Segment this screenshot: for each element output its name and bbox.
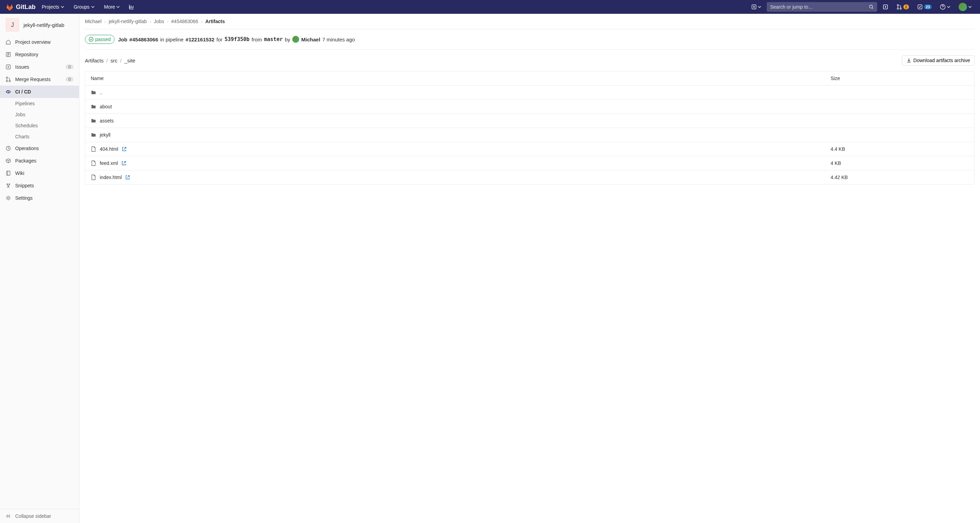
chevron-down-icon [61,5,64,9]
breadcrumb-current: Artifacts [205,19,225,24]
breadcrumb-separator: › [167,19,169,24]
nav-merge-requests[interactable]: 2 [894,2,912,12]
sidebar-item-merge-requests[interactable]: Merge Requests0 [0,73,79,86]
file-row[interactable]: 404.html 4.4 KB [85,142,974,156]
chart-icon [129,4,134,10]
folder-icon [91,118,96,124]
file-row[interactable]: jekyll [85,128,974,142]
collapse-sidebar[interactable]: Collapse sidebar [0,509,79,523]
search-icon[interactable] [869,5,874,9]
sidebar-icon [6,195,11,201]
sidebar-item-repository[interactable]: Repository [0,48,79,61]
sidebar-subitem-schedules[interactable]: Schedules [0,120,79,131]
file-name[interactable]: .. [100,90,102,95]
nav-todos[interactable]: 23 [915,2,934,12]
artifacts-toolbar: Artifacts/src/_site Download artifacts a… [85,50,974,71]
sidebar-icon [6,52,11,57]
nav-help[interactable] [937,2,953,12]
svg-point-6 [900,8,901,9]
download-artifacts-button[interactable]: Download artifacts archive [902,55,974,65]
pipeline-id[interactable]: #122161532 [186,37,214,43]
breadcrumb-link[interactable]: Michael [85,19,102,24]
file-icon [91,161,96,166]
gitlab-logo[interactable]: GitLab [6,3,35,11]
job-header: passed Job #454863066 in pipeline #12216… [85,29,974,50]
job-id[interactable]: #454863066 [129,37,158,43]
file-name[interactable]: feed.xml [100,161,118,166]
file-row[interactable]: index.html 4.42 KB [85,170,974,184]
sidebar-item-ci-cd[interactable]: CI / CD [0,86,79,98]
file-name[interactable]: index.html [100,175,122,180]
sidebar-item-issues[interactable]: Issues0 [0,61,79,73]
svg-point-1 [869,5,872,8]
plus-icon [752,5,756,9]
author-avatar[interactable] [292,36,299,43]
breadcrumb-separator: › [104,19,106,24]
breadcrumb-link[interactable]: Jobs [154,19,164,24]
sidebar-item-packages[interactable]: Packages [0,154,79,167]
nav-plus[interactable] [749,2,764,11]
file-name[interactable]: jekyll [100,132,110,138]
svg-point-14 [9,80,10,82]
status-badge-passed[interactable]: passed [85,35,115,44]
file-table: Name Size ..aboutassetsjekyll404.html 4.… [85,71,974,184]
file-row[interactable]: .. [85,86,974,100]
nav-issues[interactable] [880,2,891,12]
svg-point-3 [885,6,886,8]
todo-icon [917,4,923,10]
sidebar-item-label: Operations [15,146,39,151]
file-name[interactable]: 404.html [100,146,118,152]
commit-sha[interactable]: 539f350b [224,36,250,43]
nav-projects[interactable]: Projects [38,0,68,14]
artifacts-path: Artifacts/src/_site [85,57,135,64]
search-input[interactable] [770,4,869,10]
sidebar-icon [6,76,11,82]
svg-rect-16 [6,171,10,175]
sidebar-project-header[interactable]: J jekyll-netlify-gitlab [0,14,79,36]
download-icon [907,58,911,63]
branch-name[interactable]: master [264,36,283,43]
file-name[interactable]: about [100,104,112,110]
file-row[interactable]: assets [85,114,974,128]
file-row[interactable]: feed.xml 4 KB [85,156,974,170]
author-name[interactable]: Michael [301,37,320,43]
breadcrumbs: Michael›jekyll-netlify-gitlab›Jobs›#4548… [85,14,974,29]
todo-count-badge: 23 [924,5,932,9]
sidebar-item-project-overview[interactable]: Project overview [0,36,79,48]
sidebar-item-operations[interactable]: Operations [0,142,79,154]
sidebar-subitem-pipelines[interactable]: Pipelines [0,98,79,109]
check-circle-icon [89,37,94,42]
sidebar-icon [6,170,11,176]
project-avatar: J [6,18,19,32]
path-segment[interactable]: Artifacts [85,57,103,64]
chevron-down-icon [91,5,95,9]
project-name: jekyll-netlify-gitlab [24,22,64,28]
file-size: 4 KB [830,161,969,166]
external-link-icon[interactable] [122,146,127,151]
sidebar-subitem-jobs[interactable]: Jobs [0,109,79,120]
path-segment: _site [124,57,135,64]
job-time: 7 minutes ago [322,37,355,43]
external-link-icon[interactable] [121,161,126,165]
breadcrumb-separator: › [201,19,202,24]
file-name[interactable]: assets [100,118,113,124]
breadcrumb-link[interactable]: jekyll-netlify-gitlab [109,19,146,24]
nav-user-menu[interactable] [956,1,974,13]
sidebar-item-wiki[interactable]: Wiki [0,167,79,180]
sidebar-badge: 0 [65,77,73,82]
file-row[interactable]: about [85,100,974,114]
path-segment[interactable]: src [110,57,117,64]
nav-groups[interactable]: Groups [70,0,98,14]
sidebar-item-label: Merge Requests [15,76,51,82]
issues-icon [883,4,888,10]
breadcrumb-separator: › [150,19,151,24]
svg-point-13 [6,80,8,82]
nav-more[interactable]: More [101,0,124,14]
nav-activity[interactable] [126,2,137,12]
chevron-down-icon [758,5,761,9]
sidebar-item-snippets[interactable]: Snippets [0,180,79,192]
breadcrumb-link[interactable]: #454863066 [171,19,198,24]
external-link-icon[interactable] [125,175,130,180]
sidebar-item-settings[interactable]: Settings [0,192,79,204]
sidebar-subitem-charts[interactable]: Charts [0,131,79,142]
